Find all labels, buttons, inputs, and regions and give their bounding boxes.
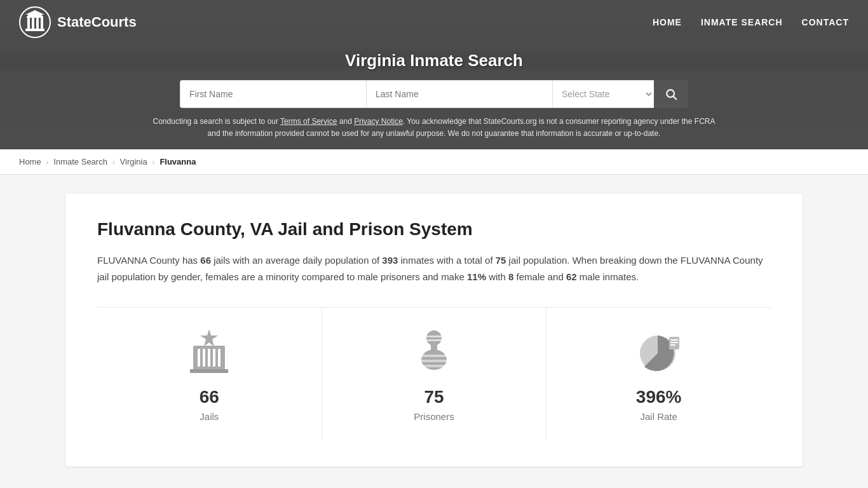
svg-rect-24 — [421, 360, 447, 362]
stat-prisoners: 75 Prisoners — [322, 308, 547, 441]
prisoner-icon — [409, 327, 459, 377]
svg-rect-29 — [670, 339, 678, 341]
jail-rate-stat-label: Jail Rate — [641, 411, 677, 422]
jails-stat-label: Jails — [200, 411, 219, 422]
terms-link[interactable]: Terms of Service — [280, 117, 337, 126]
disclaimer-and: and — [337, 117, 354, 126]
disclaimer-intro: Conducting a search is subject to our — [153, 117, 281, 126]
desc-2: jails with an average daily population o… — [211, 255, 382, 266]
desc-6: female and — [513, 271, 566, 282]
total-jail-pop: 75 — [496, 255, 506, 266]
county-title: Fluvanna County, VA Jail and Prison Syst… — [97, 219, 771, 240]
svg-point-19 — [426, 330, 442, 346]
svg-rect-25 — [421, 365, 447, 367]
prisoners-stat-label: Prisoners — [414, 411, 454, 422]
svg-rect-1 — [25, 29, 44, 31]
logo-icon — [19, 6, 51, 38]
search-section: Virginia Inmate Search Select State Alab… — [0, 44, 868, 149]
nav-home[interactable]: HOME — [653, 17, 682, 27]
svg-rect-15 — [208, 349, 210, 367]
search-icon — [665, 88, 677, 100]
logo-link[interactable]: StateCourts — [19, 6, 137, 38]
svg-line-10 — [674, 97, 677, 100]
search-bar: Select State AlabamaAlaskaArizonaArkansa… — [180, 80, 688, 108]
privacy-link[interactable]: Privacy Notice — [354, 117, 403, 126]
stat-jails: 66 Jails — [97, 308, 322, 441]
logo-text: StateCourts — [57, 14, 137, 30]
pie-chart-icon — [634, 327, 684, 377]
stats-row: 66 Jails 75 Prisoners — [97, 307, 771, 441]
nav-inmate-search[interactable]: INMATE SEARCH — [701, 17, 783, 27]
breadcrumb: Home › Inmate Search › Virginia › Fluvan… — [0, 149, 868, 175]
female-pct: 11% — [467, 271, 486, 282]
breadcrumb-home[interactable]: Home — [19, 157, 41, 166]
prisoners-stat-number: 75 — [424, 387, 444, 407]
stat-jail-rate: 396% Jail Rate — [546, 308, 771, 441]
last-name-input[interactable] — [366, 80, 552, 108]
svg-rect-18 — [190, 369, 228, 373]
svg-rect-14 — [203, 349, 205, 367]
svg-rect-7 — [41, 18, 43, 29]
first-name-input[interactable] — [180, 80, 366, 108]
navigation: StateCourts HOME INMATE SEARCH CONTACT — [0, 0, 868, 44]
state-select[interactable]: Select State AlabamaAlaskaArizonaArkansa… — [552, 80, 654, 108]
male-count: 62 — [566, 271, 577, 282]
breadcrumb-sep-1: › — [46, 158, 49, 166]
desc-5: with — [486, 271, 508, 282]
header: StateCourts HOME INMATE SEARCH CONTACT V… — [0, 0, 868, 149]
svg-rect-20 — [426, 336, 442, 337]
svg-rect-4 — [27, 18, 30, 29]
nav-links: HOME INMATE SEARCH CONTACT — [653, 17, 849, 27]
page-title: Virginia Inmate Search — [13, 51, 855, 71]
search-button[interactable] — [654, 80, 688, 108]
svg-marker-8 — [25, 10, 44, 15]
svg-rect-16 — [213, 349, 215, 367]
desc-intro: FLUVANNA County has — [97, 255, 200, 266]
breadcrumb-sep-3: › — [153, 158, 155, 166]
svg-rect-31 — [670, 344, 675, 346]
svg-rect-5 — [32, 18, 34, 29]
nav-contact[interactable]: CONTACT — [802, 17, 849, 27]
breadcrumb-state[interactable]: Virginia — [120, 157, 147, 166]
breadcrumb-sep-2: › — [112, 158, 115, 166]
breadcrumb-inmate-search[interactable]: Inmate Search — [53, 157, 107, 166]
desc-7: male inmates. — [577, 271, 639, 282]
avg-population: 393 — [382, 255, 398, 266]
jails-count: 66 — [200, 255, 211, 266]
breadcrumb-current: Fluvanna — [159, 157, 196, 166]
jails-stat-number: 66 — [200, 387, 219, 407]
main-content: Fluvanna County, VA Jail and Prison Syst… — [65, 194, 803, 466]
svg-marker-11 — [200, 329, 218, 346]
county-description: FLUVANNA County has 66 jails with an ave… — [97, 252, 771, 285]
svg-rect-30 — [670, 342, 678, 343]
svg-rect-13 — [198, 349, 200, 367]
jail-rate-stat-number: 396% — [636, 387, 682, 407]
svg-rect-21 — [426, 339, 442, 341]
jail-building-icon — [184, 327, 234, 377]
svg-rect-26 — [431, 344, 437, 351]
svg-rect-6 — [36, 18, 39, 29]
svg-rect-23 — [421, 355, 447, 357]
disclaimer-text: Conducting a search is subject to our Te… — [148, 116, 720, 140]
desc-3: inmates with a total of — [398, 255, 495, 266]
svg-rect-17 — [218, 349, 220, 367]
